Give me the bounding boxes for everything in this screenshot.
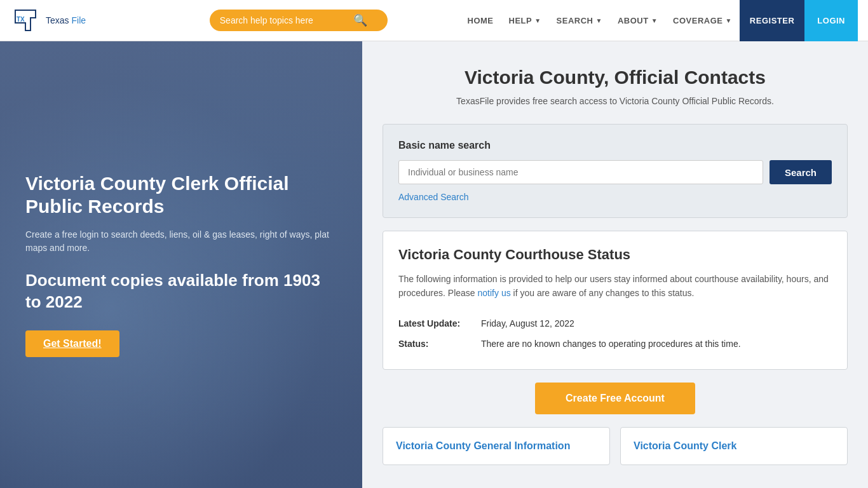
nav-help[interactable]: HELP ▼ xyxy=(501,0,549,41)
nav-coverage[interactable]: COVERAGE ▼ xyxy=(665,0,740,41)
latest-update-label: Latest Update: xyxy=(398,313,481,334)
create-account-button[interactable]: Create Free Account xyxy=(535,383,695,414)
page-subtitle: TexasFile provides free search access to… xyxy=(383,96,848,106)
logo-text: Texas File xyxy=(46,15,86,25)
svg-text:TX: TX xyxy=(17,16,25,23)
search-card: Basic name search Search Advanced Search xyxy=(383,124,848,218)
bottom-cards: Victoria County General Information Vict… xyxy=(383,427,848,465)
create-account-wrap: Create Free Account xyxy=(383,383,848,414)
main-container: Victoria County Clerk Official Public Re… xyxy=(0,41,868,488)
bottom-card-general: Victoria County General Information xyxy=(383,427,610,465)
status-value: There are no known changes to operating … xyxy=(481,334,832,354)
left-subtitle: Create a free login to search deeds, lie… xyxy=(25,228,337,255)
nav-search[interactable]: SEARCH ▼ xyxy=(549,0,610,41)
nav-about[interactable]: ABOUT ▼ xyxy=(610,0,665,41)
left-panel: Victoria County Clerk Official Public Re… xyxy=(0,41,362,488)
bottom-card-clerk-title: Victoria County Clerk xyxy=(634,440,834,452)
advanced-search-link[interactable]: Advanced Search xyxy=(398,192,469,202)
right-panel: Victoria County, Official Contacts Texas… xyxy=(362,41,868,488)
header-search-wrap: 🔍 xyxy=(137,10,460,31)
chevron-down-icon: ▼ xyxy=(651,17,658,24)
search-card-title: Basic name search xyxy=(398,140,832,151)
status-table: Latest Update: Friday, August 12, 2022 S… xyxy=(398,313,832,354)
left-doc-copies: Document copies available from 1903 to 2… xyxy=(25,270,337,313)
nav-home[interactable]: HOME xyxy=(460,0,501,41)
logo-file-text: File xyxy=(71,15,86,25)
chevron-down-icon: ▼ xyxy=(596,17,602,24)
header-search-input[interactable] xyxy=(220,15,347,25)
header: TX Texas File 🔍 HOME HELP ▼ SEARCH ▼ ABO… xyxy=(0,0,868,41)
chevron-down-icon: ▼ xyxy=(725,17,731,24)
name-search-input[interactable] xyxy=(398,160,763,184)
login-button[interactable]: LOGIN xyxy=(804,0,858,41)
status-label: Status: xyxy=(398,334,481,354)
header-search-bar: 🔍 xyxy=(210,10,388,31)
courthouse-status-title: Victoria County Courthouse Status xyxy=(398,247,832,263)
logo-texas: Texas xyxy=(46,15,69,25)
left-title: Victoria County Clerk Official Public Re… xyxy=(25,172,337,218)
register-button[interactable]: REGISTER xyxy=(740,0,804,41)
get-started-button[interactable]: Get Started! xyxy=(25,330,119,357)
bottom-card-clerk: Victoria County Clerk xyxy=(620,427,848,465)
search-icon: 🔍 xyxy=(353,13,367,27)
notify-link[interactable]: notify us xyxy=(478,288,511,298)
left-panel-content: Victoria County Clerk Official Public Re… xyxy=(25,172,337,358)
logo-area: TX Texas File xyxy=(10,5,137,36)
status-desc-part2: if you are aware of any changes to this … xyxy=(513,288,695,298)
table-row: Latest Update: Friday, August 12, 2022 xyxy=(398,313,832,334)
table-row: Status: There are no known changes to op… xyxy=(398,334,832,354)
bottom-card-general-title: Victoria County General Information xyxy=(396,440,597,452)
courthouse-status-card: Victoria County Courthouse Status The fo… xyxy=(383,231,848,370)
chevron-down-icon: ▼ xyxy=(534,17,541,24)
texas-logo-icon: TX xyxy=(10,5,41,36)
nav: HOME HELP ▼ SEARCH ▼ ABOUT ▼ COVERAGE ▼ … xyxy=(460,0,858,41)
courthouse-status-desc: The following information is provided to… xyxy=(398,272,832,301)
page-title: Victoria County, Official Contacts xyxy=(383,67,848,88)
latest-update-value: Friday, August 12, 2022 xyxy=(481,313,832,334)
search-row: Search xyxy=(398,160,832,184)
search-button[interactable]: Search xyxy=(770,160,832,184)
